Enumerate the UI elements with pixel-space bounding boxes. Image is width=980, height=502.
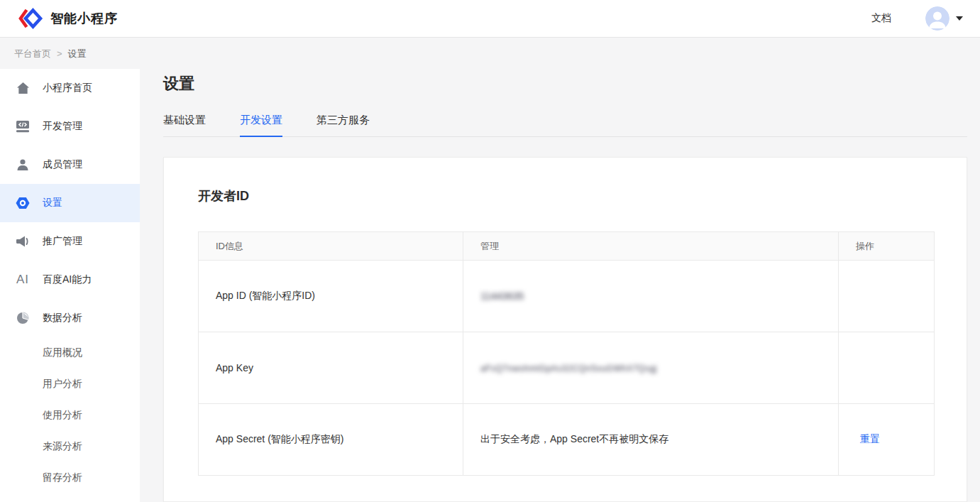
ai-icon: AI (16, 273, 30, 287)
sidebar: 小程序首页 开发管理 成员管理 (0, 69, 140, 502)
sidebar-subitem-source-analysis[interactable]: 来源分析 (0, 431, 140, 462)
breadcrumb-separator: > (57, 48, 62, 59)
tab-third-party-services[interactable]: 第三方服务 (316, 114, 370, 136)
account-dropdown-caret-icon[interactable] (956, 16, 963, 21)
app-key-value: aFsQ7nwshmtGpAs32CQnSxuGWhX7Qsgj (480, 364, 657, 373)
breadcrumb-current: 设置 (68, 48, 87, 60)
sidebar-subitem-app-overview[interactable]: 应用概况 (0, 337, 140, 369)
sidebar-subitem-label: 留存分析 (43, 471, 82, 484)
table-row-app-id: App ID (智能小程序ID) 11443635 (199, 261, 935, 332)
avatar[interactable] (925, 6, 949, 31)
developer-id-card: 开发者ID ID信息 管理 操作 App ID (智能小程序ID) 114436… (163, 157, 967, 502)
sidebar-subitem-retention-analysis[interactable]: 留存分析 (0, 462, 140, 493)
sidebar-item-analytics[interactable]: 数据分析 (0, 299, 140, 337)
user-avatar-icon (925, 6, 949, 31)
tab-basic-settings[interactable]: 基础设置 (163, 114, 206, 136)
home-icon (16, 81, 30, 95)
sidebar-item-baidu-ai[interactable]: AI 百度AI能力 (0, 261, 140, 299)
sidebar-item-label: 数据分析 (43, 312, 82, 324)
row-action-empty (839, 261, 935, 332)
member-icon (16, 158, 30, 172)
pie-chart-icon (16, 311, 30, 325)
sidebar-item-members[interactable]: 成员管理 (0, 146, 140, 184)
sidebar-item-promotion[interactable]: 推广管理 (0, 222, 140, 261)
main-content: 设置 基础设置 开发设置 第三方服务 开发者ID ID信息 管理 操作 App … (163, 69, 967, 502)
sidebar-item-label: 百度AI能力 (43, 273, 92, 286)
column-header-actions: 操作 (839, 232, 935, 261)
tab-dev-settings[interactable]: 开发设置 (240, 114, 282, 136)
row-label: App Secret (智能小程序密钥) (199, 404, 463, 476)
doc-link[interactable]: 文档 (871, 12, 891, 25)
smart-miniprogram-logo-icon (17, 8, 44, 29)
sidebar-item-home[interactable]: 小程序首页 (0, 69, 140, 107)
sidebar-subitem-label: 用户分析 (43, 378, 82, 391)
sidebar-subitem-usage-analysis[interactable]: 使用分析 (0, 400, 140, 431)
sidebar-item-settings[interactable]: 设置 (0, 184, 140, 222)
row-label: App ID (智能小程序ID) (199, 261, 463, 332)
row-label: App Key (199, 332, 463, 404)
top-header: 智能小程序 文档 (0, 0, 980, 38)
sidebar-item-label: 小程序首页 (43, 82, 92, 94)
sidebar-subitem-label: 使用分析 (43, 409, 82, 422)
table-header-row: ID信息 管理 操作 (199, 232, 935, 261)
code-icon (16, 119, 30, 133)
app-secret-note: 出于安全考虑，App Secret不再被明文保存 (463, 404, 839, 476)
developer-id-table: ID信息 管理 操作 App ID (智能小程序ID) 11443635 App… (198, 231, 935, 476)
brand-title: 智能小程序 (50, 10, 118, 27)
sidebar-subitem-label: 应用概况 (43, 347, 82, 359)
reset-secret-button[interactable]: 重置 (856, 433, 880, 444)
row-action-empty (839, 332, 935, 404)
breadcrumb-root[interactable]: 平台首页 (14, 48, 51, 60)
sidebar-subitem-user-analysis[interactable]: 用户分析 (0, 369, 140, 400)
page-title: 设置 (163, 73, 967, 94)
card-title: 开发者ID (198, 187, 932, 204)
sidebar-item-label: 开发管理 (43, 120, 82, 133)
sidebar-item-label: 设置 (43, 197, 62, 209)
table-row-app-key: App Key aFsQ7nwshmtGpAs32CQnSxuGWhX7Qsgj (199, 332, 935, 404)
settings-tabs: 基础设置 开发设置 第三方服务 (163, 114, 967, 137)
sidebar-item-dev[interactable]: 开发管理 (0, 107, 140, 146)
app-id-value: 11443635 (480, 290, 524, 302)
column-header-manage: 管理 (463, 232, 839, 261)
sidebar-subitem-label: 来源分析 (43, 440, 82, 453)
sidebar-item-label: 推广管理 (43, 235, 82, 248)
sidebar-item-label: 成员管理 (43, 158, 82, 171)
brand[interactable]: 智能小程序 (17, 8, 118, 29)
table-row-app-secret: App Secret (智能小程序密钥) 出于安全考虑，App Secret不再… (199, 404, 935, 476)
column-header-id-info: ID信息 (199, 232, 463, 261)
gear-icon (16, 196, 30, 210)
megaphone-icon (16, 234, 30, 249)
breadcrumb: 平台首页 > 设置 (0, 38, 980, 69)
